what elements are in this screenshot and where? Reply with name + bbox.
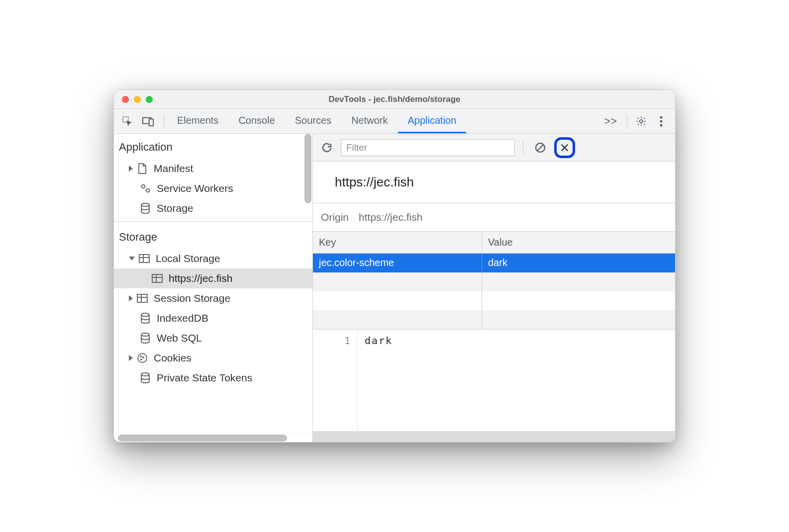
sidebar-scrollbar-horizontal[interactable]	[114, 433, 312, 442]
column-header-value[interactable]: Value	[482, 232, 675, 253]
database-icon	[139, 202, 152, 215]
table-cell-key: jec.color-scheme	[313, 254, 482, 272]
sidebar-item-label: https://jec.fish	[169, 272, 232, 284]
sidebar-item-label: IndexedDB	[157, 312, 208, 324]
svg-rect-13	[152, 274, 162, 282]
svg-point-19	[141, 313, 149, 316]
database-icon	[139, 332, 152, 345]
storage-origin-title: https://jec.fish	[313, 162, 675, 203]
kebab-menu-icon[interactable]	[652, 112, 670, 130]
storage-toolbar	[313, 134, 675, 162]
table-row[interactable]: jec.color-scheme dark	[313, 254, 675, 272]
sidebar-item-indexeddb[interactable]: IndexedDB	[114, 308, 312, 328]
table-row-empty[interactable]	[313, 291, 675, 310]
delete-icon[interactable]	[557, 140, 572, 155]
sidebar-item-storage[interactable]: Storage	[114, 198, 312, 218]
sidebar-scrollbar-vertical[interactable]	[303, 134, 312, 417]
file-icon	[136, 162, 149, 175]
table-row-empty[interactable]	[313, 272, 675, 291]
sidebar-item-label: Cookies	[154, 352, 192, 364]
table-icon	[136, 292, 149, 305]
table-row-empty[interactable]	[313, 310, 675, 329]
svg-point-20	[141, 333, 149, 336]
delete-selected-highlight	[554, 137, 575, 158]
sidebar-item-label: Local Storage	[156, 253, 220, 265]
origin-value: https://jec.fish	[359, 211, 422, 223]
device-toolbar-icon[interactable]	[140, 113, 157, 130]
origin-label: Origin	[321, 211, 349, 223]
preview-content[interactable]: dark	[358, 330, 675, 431]
sidebar-item-label: Manifest	[154, 163, 193, 175]
devtools-tabbar: Elements Console Sources Network Applica…	[114, 109, 675, 134]
scrollbar-thumb[interactable]	[118, 435, 287, 442]
tab-network[interactable]: Network	[341, 109, 397, 133]
sidebar-item-session-storage[interactable]: Session Storage	[114, 288, 312, 308]
tab-sources[interactable]: Sources	[285, 109, 341, 133]
sidebar-item-label: Session Storage	[154, 292, 230, 304]
close-window-button[interactable]	[122, 96, 129, 103]
devtools-window: DevTools - jec.fish/demo/storage Element…	[113, 89, 676, 443]
svg-point-3	[640, 119, 643, 122]
titlebar: DevTools - jec.fish/demo/storage	[114, 90, 675, 109]
svg-rect-10	[139, 255, 149, 263]
minimize-window-button[interactable]	[134, 96, 141, 103]
separator	[627, 114, 627, 128]
svg-point-5	[660, 120, 663, 122]
table-header: Key Value	[313, 232, 675, 254]
window-controls	[122, 96, 153, 103]
svg-point-24	[141, 359, 142, 360]
window-title: DevTools - jec.fish/demo/storage	[114, 94, 675, 104]
table-icon	[138, 252, 151, 265]
svg-line-27	[537, 145, 543, 151]
clear-all-icon[interactable]	[531, 139, 549, 157]
sidebar-item-private-state-tokens[interactable]: Private State Tokens	[114, 368, 312, 388]
tab-application[interactable]: Application	[398, 109, 467, 133]
database-icon	[139, 371, 152, 384]
application-sidebar: Application Manifest	[114, 134, 313, 442]
svg-point-25	[141, 373, 149, 376]
sidebar-item-websql[interactable]: Web SQL	[114, 328, 312, 348]
sidebar-item-label: Private State Tokens	[157, 372, 252, 384]
sidebar-item-label: Web SQL	[157, 332, 202, 344]
svg-point-6	[660, 124, 663, 126]
cookie-icon	[136, 352, 149, 364]
storage-origin-row: Origin https://jec.fish	[313, 203, 675, 232]
sidebar-section-application: Application	[114, 134, 312, 159]
separator	[164, 114, 164, 128]
svg-point-22	[140, 356, 141, 357]
svg-point-4	[660, 116, 663, 118]
refresh-icon[interactable]	[318, 139, 336, 157]
storage-table: Key Value jec.color-scheme dark	[313, 232, 675, 330]
zoom-window-button[interactable]	[146, 96, 153, 103]
overflow-tabs-icon[interactable]: >>	[599, 115, 622, 128]
database-icon	[139, 312, 152, 325]
settings-icon[interactable]	[632, 112, 650, 130]
sidebar-item-manifest[interactable]: Manifest	[114, 159, 312, 178]
inspect-element-icon[interactable]	[119, 113, 136, 130]
footer-bar	[313, 431, 675, 442]
sidebar-item-label: Service Workers	[157, 182, 233, 194]
panel-body: Application Manifest	[114, 134, 675, 442]
table-icon	[151, 272, 164, 285]
svg-point-21	[138, 354, 147, 362]
storage-panel: https://jec.fish Origin https://jec.fish…	[313, 134, 675, 442]
chevron-right-icon	[129, 166, 133, 172]
sidebar-section-storage: Storage	[114, 221, 312, 249]
sidebar-item-local-storage[interactable]: Local Storage	[114, 249, 312, 268]
sidebar-item-service-workers[interactable]: Service Workers	[114, 178, 312, 198]
preview-line-number: 1	[313, 330, 358, 431]
value-preview: 1 dark	[313, 330, 675, 431]
gears-icon	[139, 182, 152, 195]
svg-rect-2	[149, 119, 153, 126]
tab-elements[interactable]: Elements	[167, 109, 228, 133]
table-cell-value: dark	[482, 254, 675, 272]
separator	[523, 141, 523, 155]
column-header-key[interactable]: Key	[313, 232, 482, 253]
sidebar-item-cookies[interactable]: Cookies	[114, 348, 312, 368]
tab-console[interactable]: Console	[228, 109, 285, 133]
svg-rect-16	[137, 294, 147, 302]
scrollbar-thumb[interactable]	[304, 134, 311, 203]
chevron-right-icon	[129, 295, 133, 301]
filter-input[interactable]	[341, 139, 515, 156]
sidebar-item-local-storage-origin[interactable]: https://jec.fish	[114, 268, 312, 288]
